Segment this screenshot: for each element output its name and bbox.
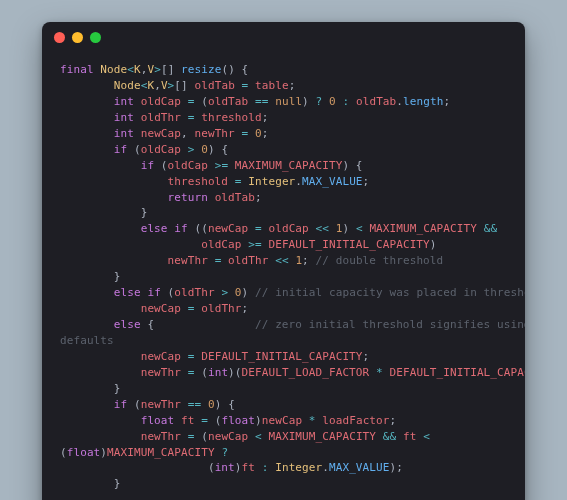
code-token: newThr bbox=[141, 430, 181, 443]
code-token: return bbox=[168, 191, 208, 204]
code-token: == bbox=[188, 398, 201, 411]
code-token: length bbox=[403, 95, 443, 108]
code-token: >= bbox=[248, 238, 261, 251]
code-token bbox=[60, 302, 141, 315]
code-token: (( bbox=[188, 222, 208, 235]
code-token: , bbox=[181, 127, 194, 140]
code-token bbox=[60, 175, 168, 188]
code-token bbox=[60, 238, 201, 251]
code-token: table bbox=[255, 79, 289, 92]
code-token bbox=[181, 143, 188, 156]
code-token: DEFAULT_INITIAL_CAPACITY bbox=[268, 238, 429, 251]
code-token: int bbox=[215, 461, 235, 474]
code-token: = bbox=[255, 222, 262, 235]
traffic-light-minimize-icon[interactable] bbox=[72, 32, 83, 43]
code-token: if bbox=[147, 286, 160, 299]
code-token: { bbox=[141, 318, 255, 331]
code-token bbox=[309, 222, 316, 235]
code-line: else if ((newCap = oldCap << 1) < MAXIMU… bbox=[60, 221, 507, 237]
code-token: ( bbox=[60, 446, 67, 459]
code-token bbox=[208, 191, 215, 204]
code-line: float ft = (float)newCap * loadFactor; bbox=[60, 413, 507, 429]
code-token: [] bbox=[174, 79, 194, 92]
code-line: else if (oldThr > 0) // initial capacity… bbox=[60, 285, 507, 301]
code-token: MAX_VALUE bbox=[329, 461, 390, 474]
traffic-light-close-icon[interactable] bbox=[54, 32, 65, 43]
code-token: 0 bbox=[235, 286, 242, 299]
code-token bbox=[329, 222, 336, 235]
code-token: newCap bbox=[141, 350, 181, 363]
code-token: && bbox=[484, 222, 497, 235]
code-token bbox=[248, 222, 255, 235]
code-token: 0 bbox=[201, 143, 208, 156]
code-token: ( bbox=[194, 366, 207, 379]
code-token bbox=[60, 127, 114, 140]
code-token: ft bbox=[403, 430, 416, 443]
code-token: ) { bbox=[208, 143, 228, 156]
code-line: if (oldCap > 0) { bbox=[60, 142, 507, 158]
code-token bbox=[228, 159, 235, 172]
code-token: null bbox=[275, 95, 302, 108]
code-token bbox=[201, 398, 208, 411]
code-token bbox=[336, 95, 343, 108]
code-token: oldCap bbox=[141, 95, 181, 108]
traffic-light-zoom-icon[interactable] bbox=[90, 32, 101, 43]
code-token: newThr bbox=[141, 398, 181, 411]
code-token: ; bbox=[262, 111, 269, 124]
code-token: resize bbox=[181, 63, 221, 76]
code-line: (float)MAXIMUM_CAPACITY ? bbox=[60, 445, 507, 461]
code-token: ) bbox=[342, 222, 355, 235]
code-token bbox=[134, 127, 141, 140]
code-token: < bbox=[356, 222, 363, 235]
code-token: oldTab bbox=[195, 79, 235, 92]
code-token: < bbox=[423, 430, 430, 443]
code-token: else bbox=[114, 286, 141, 299]
code-token: newCap bbox=[208, 430, 248, 443]
code-token: oldTab bbox=[215, 191, 255, 204]
code-token: * bbox=[309, 414, 316, 427]
code-line: int newCap, newThr = 0; bbox=[60, 126, 507, 142]
code-token: oldTab bbox=[208, 95, 248, 108]
code-token bbox=[383, 366, 390, 379]
code-token bbox=[134, 111, 141, 124]
code-line: Node<K,V>[] oldTab = table; bbox=[60, 78, 507, 94]
code-line: newThr = oldThr << 1; // double threshol… bbox=[60, 253, 507, 269]
code-token: * bbox=[376, 366, 383, 379]
code-token: MAX_VALUE bbox=[302, 175, 363, 188]
code-token: V bbox=[161, 79, 168, 92]
window-titlebar bbox=[42, 22, 525, 52]
code-token: // double threshold bbox=[316, 254, 444, 267]
code-token: ; bbox=[262, 127, 269, 140]
code-token: float bbox=[67, 446, 101, 459]
code-token bbox=[60, 143, 114, 156]
code-token: oldThr bbox=[141, 111, 181, 124]
code-token bbox=[181, 111, 188, 124]
code-token: oldThr bbox=[228, 254, 268, 267]
code-token bbox=[60, 286, 114, 299]
code-token: Integer bbox=[248, 175, 295, 188]
code-token: oldThr bbox=[201, 302, 241, 315]
code-line: } bbox=[60, 205, 507, 221]
code-line: (int)ft : Integer.MAX_VALUE); bbox=[60, 460, 507, 476]
code-line: final Node<K,V>[] resize() { bbox=[60, 62, 507, 78]
code-token: threshold bbox=[168, 175, 229, 188]
code-token bbox=[181, 366, 188, 379]
code-token: && bbox=[383, 430, 396, 443]
code-token: () { bbox=[221, 63, 248, 76]
code-token: ( bbox=[208, 414, 221, 427]
code-token bbox=[235, 127, 242, 140]
code-token: ); bbox=[390, 461, 403, 474]
code-token: // zero initial threshold signifies usin… bbox=[255, 318, 525, 331]
code-line: newCap = oldThr; bbox=[60, 301, 507, 317]
code-token: Integer bbox=[275, 461, 322, 474]
code-token: K bbox=[134, 63, 141, 76]
code-token bbox=[181, 302, 188, 315]
code-token bbox=[255, 461, 262, 474]
code-line: int oldCap = (oldTab == null) ? 0 : oldT… bbox=[60, 94, 507, 110]
code-token: defaults bbox=[60, 334, 114, 347]
code-token: ( bbox=[194, 430, 207, 443]
code-token bbox=[477, 222, 484, 235]
code-token: if bbox=[141, 159, 154, 172]
code-token bbox=[181, 95, 188, 108]
code-token: int bbox=[114, 127, 134, 140]
